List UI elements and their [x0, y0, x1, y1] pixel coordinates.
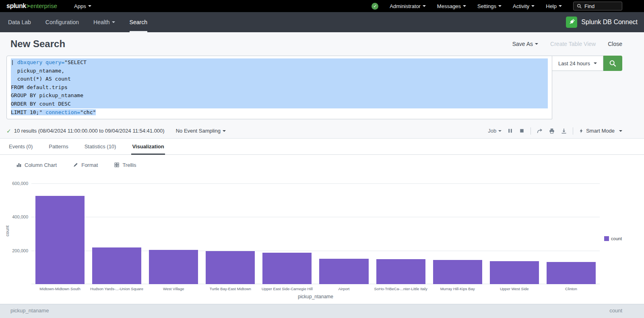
administrator-menu[interactable]: Administrator — [390, 3, 426, 9]
help-menu[interactable]: Help — [546, 3, 562, 9]
pause-job-button[interactable] — [507, 128, 513, 134]
chart-bar-7[interactable] — [376, 259, 425, 284]
search-mode-menu[interactable]: Smart Mode — [579, 128, 622, 134]
event-sampling-menu[interactable]: No Event Sampling — [176, 128, 226, 134]
chart-bar-8[interactable] — [433, 260, 482, 284]
y-axis-tick-label: 600,000 — [0, 181, 28, 186]
visualization-toolbar: Column Chart Format Trellis — [0, 155, 644, 175]
results-tabs: Events (0) Patterns Statistics (10) Visu… — [0, 139, 644, 155]
check-icon: ✓ — [373, 4, 377, 9]
administrator-menu-label: Administrator — [390, 3, 421, 9]
pause-icon — [507, 128, 513, 134]
chart-plot-area — [31, 183, 600, 284]
download-icon — [561, 128, 567, 134]
chevron-down-icon — [535, 43, 538, 45]
job-menu[interactable]: Job — [488, 128, 502, 134]
query-line: LIMIT 10;" connection="chc" — [11, 108, 548, 117]
create-table-view-button[interactable]: Create Table View — [550, 41, 596, 47]
tab-visualization[interactable]: Visualization — [131, 139, 165, 154]
close-button[interactable]: Close — [608, 41, 622, 47]
toolbar-divider — [530, 127, 531, 135]
logo-splunk-text: splunk — [6, 2, 26, 10]
x-axis-category-label: Hudson Yards-...-Union Square — [92, 287, 141, 291]
x-axis-category-label: Upper East Side-Carnegie Hill — [262, 287, 312, 291]
chart-bar-10[interactable] — [547, 262, 596, 284]
time-range-label: Last 24 hours — [558, 60, 590, 67]
splunk-logo[interactable]: splunk>enterprise — [6, 2, 57, 10]
trellis-button[interactable]: Trellis — [114, 162, 136, 168]
page-title: New Search — [10, 38, 65, 50]
help-menu-label: Help — [546, 3, 557, 9]
stop-icon — [519, 128, 525, 134]
stats-column-pickup-ntaname[interactable]: pickup_ntaname — [10, 308, 49, 318]
logo-gt-text: > — [27, 2, 30, 9]
export-button[interactable] — [561, 128, 567, 134]
chart-bar-5[interactable] — [262, 253, 312, 284]
chart-bar-4[interactable] — [206, 251, 255, 284]
health-status-icon[interactable]: ✓ — [372, 3, 378, 10]
app-title-label: Splunk DB Connect — [581, 19, 638, 26]
print-button[interactable] — [549, 128, 555, 134]
stats-column-count[interactable]: count — [609, 308, 622, 318]
x-axis-category-label: West Village — [149, 287, 198, 291]
nav-configuration-label: Configuration — [45, 19, 79, 25]
x-axis-category-label: Upper West Side — [490, 287, 539, 291]
nav-item-data-lab[interactable]: Data Lab — [8, 12, 31, 32]
chevron-down-icon — [594, 62, 597, 64]
find-input[interactable] — [584, 3, 617, 9]
tab-events[interactable]: Events (0) — [8, 139, 33, 154]
column-chart-icon — [16, 162, 22, 168]
settings-menu-label: Settings — [477, 3, 496, 9]
query-line: FROM default.trips — [11, 83, 548, 92]
app-title[interactable]: Splunk DB Connect — [566, 17, 638, 28]
tab-visualization-label: Visualization — [132, 143, 164, 150]
query-line: count(*) AS count — [11, 75, 548, 83]
chevron-down-icon — [463, 5, 466, 7]
pencil-icon — [73, 162, 78, 168]
chart-bar-6[interactable] — [319, 259, 368, 284]
time-range-picker[interactable]: Last 24 hours — [552, 56, 603, 71]
save-as-button[interactable]: Save As — [512, 41, 538, 47]
print-icon — [549, 128, 555, 134]
share-job-button[interactable] — [537, 128, 543, 134]
search-button[interactable] — [603, 56, 622, 71]
share-icon — [537, 128, 543, 134]
nav-item-health[interactable]: Health — [93, 12, 115, 32]
chart-bar-1[interactable] — [35, 196, 85, 284]
search-query-editor[interactable]: | dbxquery query="SELECT pickup_ntaname,… — [6, 56, 552, 119]
activity-menu[interactable]: Activity — [513, 3, 535, 9]
db-connect-nav-bar: Data Lab Configuration Health Search Spl… — [0, 12, 644, 32]
stop-job-button[interactable] — [519, 128, 525, 134]
x-axis-category-labels: Midtown-Midtown SouthHudson Yards-...-Un… — [31, 287, 600, 291]
chart-bar-2[interactable] — [92, 247, 141, 284]
nav-item-configuration[interactable]: Configuration — [45, 12, 79, 32]
settings-menu[interactable]: Settings — [477, 3, 502, 9]
results-check-icon: ✓ — [6, 128, 11, 134]
messages-menu[interactable]: Messages — [437, 3, 466, 9]
nav-item-search[interactable]: Search — [130, 12, 147, 32]
save-as-label: Save As — [512, 41, 533, 47]
nav-health-label: Health — [93, 19, 109, 25]
close-label: Close — [608, 41, 622, 47]
chevron-down-icon — [619, 130, 622, 132]
search-mode-label: Smart Mode — [586, 128, 615, 134]
statistics-table-header: pickup_ntaname count — [0, 304, 644, 318]
chevron-down-icon — [498, 130, 502, 132]
chart-bars — [31, 183, 600, 284]
tab-events-label: Events (0) — [9, 143, 33, 150]
chart-legend[interactable]: count — [604, 236, 622, 241]
format-button[interactable]: Format — [73, 162, 98, 168]
chevron-down-icon — [88, 5, 91, 7]
apps-menu[interactable]: Apps — [74, 3, 91, 9]
tab-statistics[interactable]: Statistics (10) — [84, 139, 117, 154]
trellis-grid-icon — [114, 162, 120, 168]
tab-patterns[interactable]: Patterns — [48, 139, 69, 154]
chart-bar-3[interactable] — [149, 250, 198, 284]
legend-label: count — [611, 236, 622, 241]
find-search-box[interactable] — [573, 2, 622, 10]
x-axis-category-label: Turtle Bay-East Midtown — [206, 287, 255, 291]
chart-bar-9[interactable] — [490, 261, 539, 284]
x-axis-category-label: Midtown-Midtown South — [35, 287, 85, 291]
query-line: pickup_ntaname, — [11, 67, 548, 75]
chart-type-button[interactable]: Column Chart — [16, 162, 57, 168]
